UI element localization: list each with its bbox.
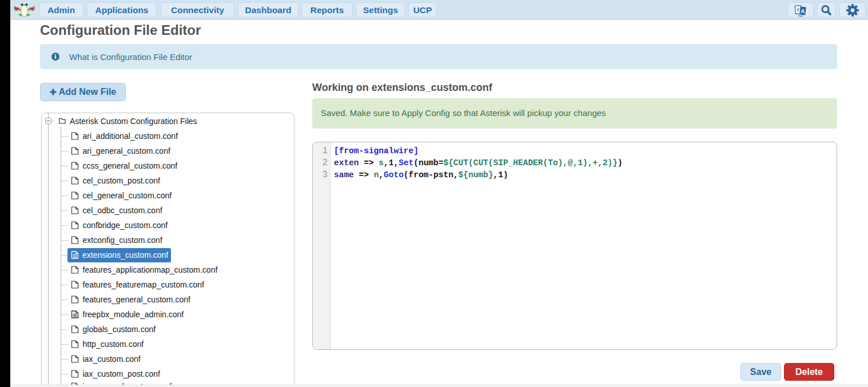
svg-text:A: A (801, 7, 805, 14)
